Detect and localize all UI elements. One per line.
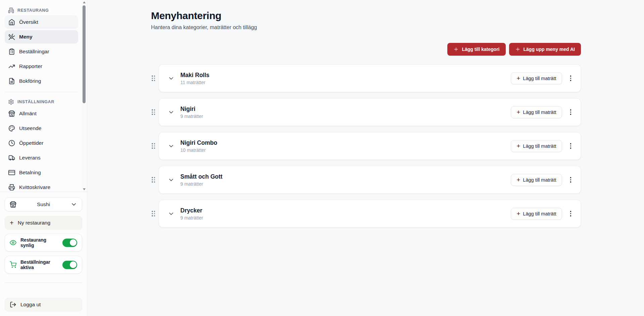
trending-up-icon xyxy=(8,63,15,70)
category-info: Nigiri 9 maträtter xyxy=(181,106,203,119)
sidebar-item-label: Betalning xyxy=(19,170,41,176)
plus-icon: + xyxy=(516,75,520,81)
kebab-menu-icon[interactable] xyxy=(569,142,573,150)
category-actions: + Lägg till maträtt xyxy=(511,106,573,118)
page-title: Menyhantering xyxy=(151,10,581,21)
sidebar-item-betalning[interactable]: Betalning xyxy=(5,166,78,179)
plus-icon: + xyxy=(516,109,520,115)
kebab-menu-icon[interactable] xyxy=(569,74,573,82)
kebab-menu-icon[interactable] xyxy=(569,176,573,184)
add-category-button[interactable]: Lägg till kategori xyxy=(447,43,505,56)
category-dish-count: 11 maträtter xyxy=(181,80,210,85)
sidebar-item-kvittoskrivare[interactable]: Kvittoskrivare xyxy=(5,181,78,192)
scroll-up-arrow-icon[interactable] xyxy=(82,0,87,5)
plus-icon xyxy=(515,47,521,52)
expand-category-button[interactable] xyxy=(166,141,176,151)
category-card: Nigiri 9 maträtter + Lägg till maträtt xyxy=(159,98,581,126)
sidebar-scrollbar[interactable] xyxy=(82,0,87,192)
footer-divider xyxy=(5,282,82,283)
logout-button[interactable]: Logga ut xyxy=(5,298,82,311)
cart-icon xyxy=(10,261,16,268)
eye-icon xyxy=(10,239,16,246)
scrollbar-thumb[interactable] xyxy=(83,5,86,103)
sidebar: RESTAURANGÖversiktMenyBeställningarRappo… xyxy=(0,0,87,316)
category-actions: + Lägg till maträtt xyxy=(511,174,573,186)
add-dish-button[interactable]: + Lägg till maträtt xyxy=(511,140,562,152)
drag-handle-icon[interactable] xyxy=(151,209,156,218)
add-dish-button[interactable]: + Lägg till maträtt xyxy=(511,106,562,118)
toggle-card-orders-active: Beställningar aktiva xyxy=(5,256,82,274)
ai-menu-upload-button[interactable]: Lägg upp meny med AI xyxy=(509,43,581,56)
plus-icon: + xyxy=(516,210,520,217)
scroll-down-arrow-icon[interactable] xyxy=(82,187,87,192)
palette-icon xyxy=(8,125,15,132)
sidebar-item--versikt[interactable]: Översikt xyxy=(5,15,78,29)
add-dish-label: Lägg till maträtt xyxy=(523,110,556,115)
category-card: Drycker 9 maträtter + Lägg till maträtt xyxy=(159,200,581,228)
drag-handle-icon[interactable] xyxy=(151,74,156,82)
expand-category-button[interactable] xyxy=(166,74,176,83)
section-header: INSTÄLLNINGAR xyxy=(5,97,78,107)
sidebar-item-leverans[interactable]: Leverans xyxy=(5,151,78,165)
expand-category-button[interactable] xyxy=(166,209,176,218)
expand-category-button[interactable] xyxy=(166,175,176,185)
drag-handle-icon[interactable] xyxy=(151,142,156,150)
sidebar-item-label: Rapporter xyxy=(19,63,42,69)
kebab-menu-icon[interactable] xyxy=(569,209,573,218)
restaurant-selector[interactable]: Sushi xyxy=(5,197,82,211)
expand-category-button[interactable] xyxy=(166,108,176,117)
category-info: Nigiri Combo 10 maträtter xyxy=(181,139,217,153)
category-actions: + Lägg till maträtt xyxy=(511,72,573,84)
kebab-menu-icon[interactable] xyxy=(569,108,573,116)
sidebar-item-label: Utseende xyxy=(19,125,41,131)
page-subtitle: Hantera dina kategorier, maträtter och t… xyxy=(151,24,581,30)
clipboard-list-icon xyxy=(8,48,15,55)
sidebar-item--ppettider[interactable]: Öppettider xyxy=(5,136,78,150)
truck-icon xyxy=(8,154,15,161)
add-dish-button[interactable]: + Lägg till maträtt xyxy=(511,72,562,84)
add-dish-button[interactable]: + Lägg till maträtt xyxy=(511,208,562,220)
category-info: Smått och Gott 9 maträtter xyxy=(181,173,222,187)
category-actions: + Lägg till maträtt xyxy=(511,140,573,152)
chevron-down-icon xyxy=(168,210,175,217)
sidebar-item-utseende[interactable]: Utseende xyxy=(5,122,78,135)
sidebar-item-label: Allmänt xyxy=(19,111,37,117)
drag-handle-icon[interactable] xyxy=(151,108,156,116)
sidebar-item-allm-nt[interactable]: Allmänt xyxy=(5,107,78,120)
category-dish-count: 9 maträtter xyxy=(181,215,203,220)
store-icon xyxy=(10,201,16,208)
toggle-label: Restaurang synlig xyxy=(20,237,58,248)
chevron-down-icon xyxy=(70,201,77,208)
category-info: Maki Rolls 11 maträtter xyxy=(181,72,210,85)
toggle-switch[interactable] xyxy=(62,239,77,247)
category-dish-count: 10 maträtter xyxy=(181,147,217,153)
logout-icon xyxy=(10,301,16,308)
category-name: Smått och Gott xyxy=(181,173,222,180)
sidebar-item-label: Meny xyxy=(19,34,33,40)
header-actions: Lägg till kategori Lägg upp meny med AI xyxy=(151,43,581,56)
plus-icon xyxy=(453,47,459,52)
category-info: Drycker 9 maträtter xyxy=(181,207,203,220)
toggle-switch[interactable] xyxy=(62,261,77,269)
toggle-knob xyxy=(70,261,77,268)
category-card: Nigiri Combo 10 maträtter + Lägg till ma… xyxy=(159,132,581,160)
sidebar-item-meny[interactable]: Meny xyxy=(5,30,78,44)
sidebar-item-bokf-ring[interactable]: Bokföring xyxy=(5,74,78,88)
add-dish-button[interactable]: + Lägg till maträtt xyxy=(511,174,562,186)
category-row: Nigiri Combo 10 maträtter + Lägg till ma… xyxy=(151,132,581,160)
file-text-icon xyxy=(8,78,15,84)
add-dish-label: Lägg till maträtt xyxy=(523,211,556,216)
drag-handle-icon[interactable] xyxy=(151,176,156,184)
add-dish-label: Lägg till maträtt xyxy=(523,177,556,183)
section-header: RESTAURANG xyxy=(5,5,78,15)
sidebar-item-rapporter[interactable]: Rapporter xyxy=(5,60,78,73)
category-dish-count: 9 maträtter xyxy=(181,114,203,119)
store-icon xyxy=(8,110,15,117)
sidebar-item-label: Bokföring xyxy=(19,78,41,84)
category-list: Maki Rolls 11 maträtter + Lägg till matr… xyxy=(151,64,581,228)
sidebar-footer: Sushi + Ny restaurang Restaurang synligB… xyxy=(0,192,87,316)
new-restaurant-button[interactable]: + Ny restaurang xyxy=(5,216,82,230)
sidebar-item-label: Beställningar xyxy=(19,49,49,55)
logout-label: Logga ut xyxy=(20,302,41,308)
sidebar-item-best-llningar[interactable]: Beställningar xyxy=(5,45,78,58)
